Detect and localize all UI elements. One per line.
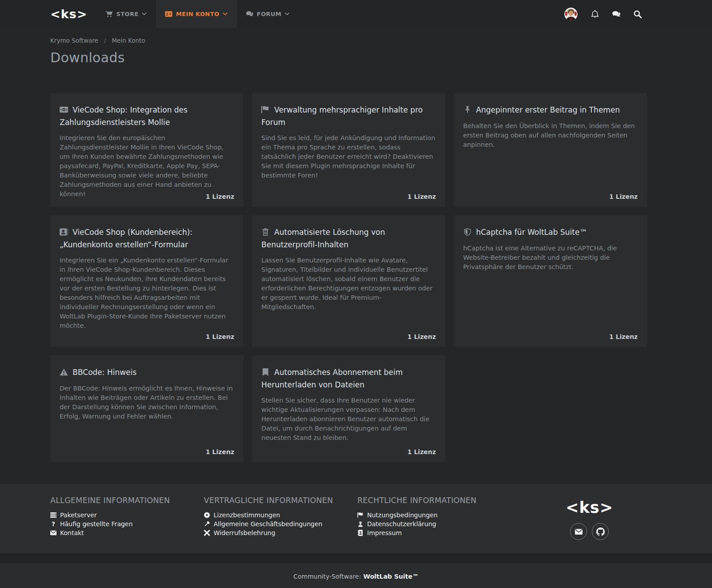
- nav-item-label: FORUM: [257, 11, 281, 17]
- bell-icon[interactable]: [591, 10, 599, 18]
- card-title-text: hCaptcha für WoltLab Suite™: [476, 228, 587, 237]
- footer-logo[interactable]: <ks>: [566, 499, 613, 516]
- license-badge: 1 Lizenz: [609, 193, 638, 200]
- chat-icon[interactable]: [612, 10, 620, 18]
- footer-link-label: Nutzungsbedingungen: [367, 511, 437, 520]
- download-card[interactable]: VieCode Shop: Integration des Zahlungsdi…: [50, 93, 243, 207]
- footer-link-lizenzbestimmungen[interactable]: Lizenzbestimmungen: [204, 511, 357, 520]
- footer-link-label: Impressum: [367, 528, 402, 537]
- card-title: VieCode Shop: Integration des Zahlungsdi…: [60, 104, 234, 129]
- breadcrumb-separator: /: [104, 37, 106, 44]
- license-badge: 1 Lizenz: [206, 448, 234, 455]
- top-navbar: <ks> STOREMEIN KONTOFORUM: [0, 0, 712, 28]
- nav-item-label: MEIN KONTO: [176, 11, 219, 17]
- card-title: VieCode Shop (Kundenbereich): „Kundenkon…: [60, 226, 234, 251]
- contact-email-button[interactable]: [570, 523, 587, 540]
- footer-link-widerrufsbelehrung[interactable]: Widerrufsbelehrung: [204, 528, 357, 537]
- breadcrumb-home[interactable]: Krymo Software: [50, 37, 98, 44]
- nav-item-forum[interactable]: FORUM: [237, 0, 299, 28]
- footer-link-h-ufig-gestellte-fragen[interactable]: ?Häufig gestellte Fragen: [50, 520, 204, 528]
- trash-icon: [261, 228, 270, 236]
- copyright-product[interactable]: WoltLab Suite™: [363, 573, 418, 580]
- page-footer: ALLGEMEINE INFORMATIONENPaketserver?Häuf…: [0, 484, 712, 553]
- footer-column-title: VERTRAGLICHE INFORMATIONEN: [204, 496, 357, 505]
- server-icon: [50, 512, 57, 518]
- license-badge: 1 Lizenz: [408, 448, 436, 455]
- nav-item-store[interactable]: STORE: [96, 0, 156, 28]
- download-card[interactable]: Angepinnter erster Beitrag in ThemenBeha…: [454, 93, 647, 207]
- search-icon[interactable]: [634, 10, 642, 18]
- envelope-icon: [50, 530, 57, 536]
- card-description: Stellen Sie sicher, dass Ihre Benutzer n…: [261, 396, 436, 443]
- card-title: hCaptcha für WoltLab Suite™: [463, 226, 638, 239]
- question-icon: ?: [50, 521, 57, 527]
- license-badge: 1 Lizenz: [609, 333, 638, 340]
- bookmark-icon: [261, 368, 270, 376]
- gavel-icon: [204, 521, 210, 527]
- footer-link-label: Kontakt: [60, 528, 84, 537]
- footer-link-nutzungsbedingungen[interactable]: Nutzungsbedingungen: [357, 511, 511, 520]
- download-card[interactable]: Verwaltung mehrsprachiger Inhalte pro Fo…: [252, 93, 445, 207]
- main-menu: STOREMEIN KONTOFORUM: [96, 0, 299, 28]
- license-badge: 1 Lizenz: [206, 333, 234, 340]
- footer-brand: <ks>: [566, 499, 613, 540]
- download-card[interactable]: VieCode Shop (Kundenbereich): „Kundenkon…: [50, 215, 243, 347]
- id-card-icon: [165, 11, 172, 17]
- footer-link-allgemeine-gesch-ftsbedingungen[interactable]: Allgemeine Geschäftsbedingungen: [204, 520, 357, 528]
- card-description: Behalten Sie den Überblick in Themen, in…: [463, 121, 638, 149]
- card-title: Verwaltung mehrsprachiger Inhalte pro Fo…: [261, 104, 436, 129]
- flag-icon: [261, 106, 270, 113]
- card-title-text: Verwaltung mehrsprachiger Inhalte pro Fo…: [261, 105, 423, 127]
- license-badge: 1 Lizenz: [408, 193, 436, 200]
- footer-divider: [0, 553, 712, 563]
- chevron-down-icon: [142, 12, 146, 16]
- footer-column-vertragliche-informationen: VERTRAGLICHE INFORMATIONENLizenzbestimmu…: [204, 496, 357, 540]
- footer-link-datenschutzerkl-rung[interactable]: Datenschutzerklärung: [357, 520, 511, 528]
- license-badge: 1 Lizenz: [206, 193, 234, 200]
- footer-column-title: ALLGEMEINE INFORMATIONEN: [50, 496, 204, 505]
- card-title-text: Automatisches Abonnement beim Herunterla…: [261, 368, 403, 389]
- footer-link-label: Allgemeine Geschäftsbedingungen: [214, 520, 322, 528]
- download-card[interactable]: Automatisierte Löschung von Benutzerprof…: [252, 215, 445, 347]
- footer-link-label: Paketserver: [60, 511, 97, 520]
- download-card[interactable]: Automatisches Abonnement beim Herunterla…: [252, 355, 445, 462]
- footer-link-kontakt[interactable]: Kontakt: [50, 528, 204, 537]
- card-title-text: VieCode Shop: Integration des Zahlungsdi…: [60, 105, 187, 127]
- card-description: Integrieren Sie den europäischen Zahlung…: [60, 133, 234, 199]
- certificate-icon: [204, 512, 210, 518]
- footer-link-impressum[interactable]: Impressum: [357, 528, 511, 537]
- breadcrumb-current[interactable]: Mein Konto: [112, 37, 145, 44]
- copyright-prefix: Community-Software:: [293, 573, 361, 580]
- footer-link-columns: ALLGEMEINE INFORMATIONENPaketserver?Häuf…: [50, 496, 511, 540]
- card-title-text: Angepinnter erster Beitrag in Themen: [476, 105, 620, 114]
- user-avatar[interactable]: [564, 8, 578, 21]
- card-description: Sind Sie es leid, für jede Ankündigung u…: [261, 133, 436, 180]
- card-title: Automatisierte Löschung von Benutzerprof…: [261, 226, 436, 251]
- id-badge-icon: [60, 228, 68, 236]
- times-icon: [204, 530, 210, 536]
- money-bill-icon: [60, 106, 68, 113]
- chevron-down-icon: [285, 12, 289, 16]
- card-description: hCaptcha ist eine Alternative zu reCAPTC…: [463, 244, 638, 272]
- envelope-icon: [575, 528, 583, 535]
- card-title-text: BBCode: Hinweis: [73, 368, 137, 377]
- github-button[interactable]: [592, 523, 609, 540]
- download-card[interactable]: BBCode: HinweisDer BBCode: Hinweis ermög…: [50, 355, 243, 462]
- cart-icon: [105, 11, 113, 17]
- card-title: Angepinnter erster Beitrag in Themen: [463, 104, 638, 117]
- downloads-grid: VieCode Shop: Integration des Zahlungsdi…: [50, 93, 647, 462]
- site-logo[interactable]: <ks>: [50, 0, 87, 28]
- card-title-text: Automatisierte Löschung von Benutzerprof…: [261, 228, 385, 249]
- footer-column-title: RECHTLICHE INFORMATIONEN: [357, 496, 511, 505]
- download-card[interactable]: hCaptcha für WoltLab Suite™hCaptcha ist …: [454, 215, 647, 347]
- card-description: Der BBCode: Hinweis ermöglicht es Ihnen,…: [60, 384, 234, 421]
- nav-item-mein-konto[interactable]: MEIN KONTO: [156, 0, 236, 28]
- svg-text:?: ?: [52, 521, 55, 527]
- footer-social-row: [566, 523, 613, 540]
- footer-link-paketserver[interactable]: Paketserver: [50, 511, 204, 520]
- comments-icon: [246, 11, 253, 17]
- thumbtack-icon: [463, 106, 472, 113]
- navbar-right: [564, 0, 712, 28]
- card-title-text: VieCode Shop (Kundenbereich): „Kundenkon…: [60, 228, 193, 249]
- card-row-1: VieCode Shop: Integration des Zahlungsdi…: [50, 93, 647, 207]
